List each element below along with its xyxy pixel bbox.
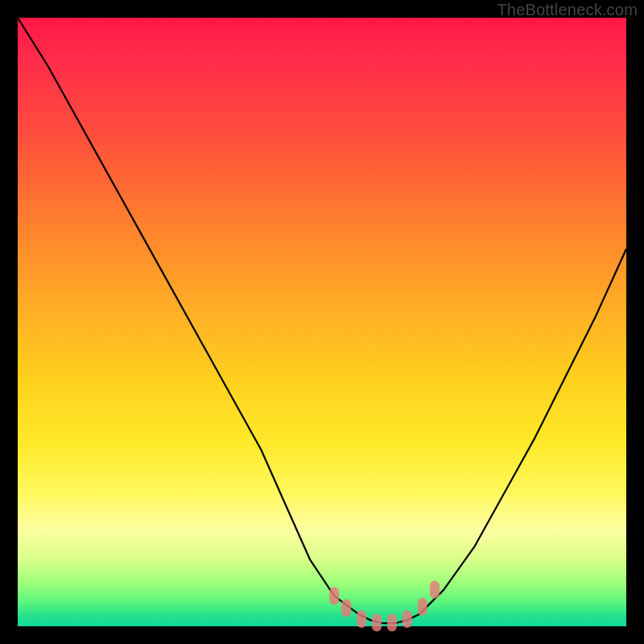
- bottleneck-curve: [18, 18, 626, 623]
- watermark-text: TheBottleneck.com: [497, 1, 638, 19]
- chart-frame: TheBottleneck.com: [0, 0, 644, 644]
- curve-marker: [372, 614, 382, 632]
- chart-svg: [18, 18, 626, 626]
- curve-marker: [357, 610, 366, 628]
- curve-marker: [418, 598, 427, 616]
- curve-marker: [402, 610, 412, 628]
- curve-marker: [387, 614, 397, 632]
- curve-marker: [341, 599, 351, 617]
- curve-marker: [430, 581, 440, 599]
- plot-area: [18, 18, 626, 626]
- curve-marker: [329, 587, 339, 605]
